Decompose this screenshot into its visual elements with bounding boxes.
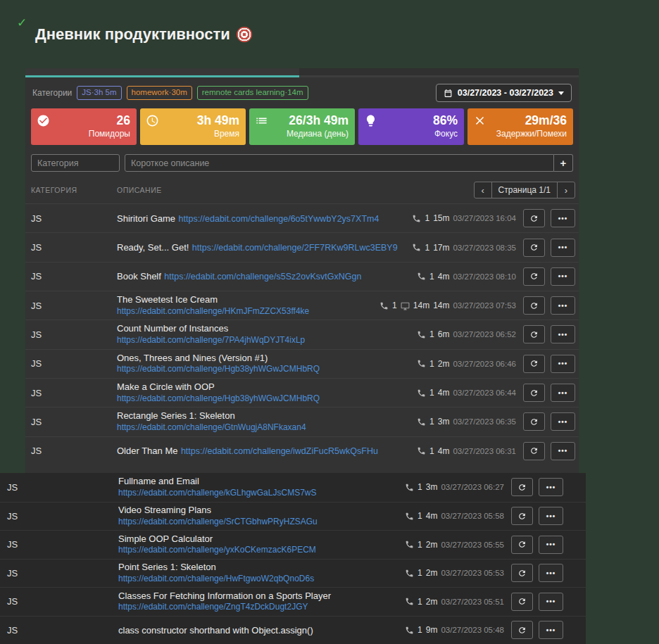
row-duration: 2m: [426, 568, 438, 578]
row-title: Classes For Fetching Information on a Sp…: [118, 591, 401, 602]
row-link[interactable]: https://edabit.com/challenge/6o5tYwwbY2y…: [179, 214, 379, 224]
tab-inactive[interactable]: [299, 68, 579, 77]
row-link[interactable]: https://edabit.com/challenge/Hgb38yhWGwJ…: [117, 393, 413, 405]
done-check-icon: ✓: [17, 15, 27, 30]
more-button[interactable]: •••: [539, 478, 563, 496]
more-button[interactable]: •••: [551, 442, 575, 460]
row-link[interactable]: https://edabit.com/challenge/yxKoCKemzac…: [118, 545, 401, 556]
clock-icon: [146, 114, 159, 127]
table-row: JS Book Shelf https://edabit.com/challen…: [25, 262, 579, 291]
refresh-button[interactable]: [511, 564, 533, 582]
row-duration: 9m: [426, 625, 438, 635]
more-button[interactable]: •••: [539, 507, 563, 525]
description-input[interactable]: [125, 154, 554, 172]
row-category: JS: [7, 482, 118, 493]
row-category: JS: [7, 539, 118, 550]
screen-time: 14m: [413, 301, 429, 310]
row-category: JS: [31, 213, 117, 224]
page-title-text: Дневник продуктивности: [35, 25, 230, 44]
table-row: JS The Sweetest Ice Cream https://edabit…: [25, 291, 579, 320]
row-timestamp: 03/27/2023 07:53: [453, 301, 516, 310]
more-button[interactable]: •••: [539, 593, 563, 611]
more-button[interactable]: •••: [539, 564, 563, 582]
row-timestamp: 03/27/2023 05:58: [441, 512, 504, 520]
more-button[interactable]: •••: [551, 239, 575, 257]
category-input[interactable]: [31, 154, 120, 172]
refresh-button[interactable]: [523, 267, 545, 286]
stat-card-focus: 86% Фокус: [358, 108, 464, 145]
category-badge-remnote[interactable]: remnote cards learning·14m: [197, 86, 308, 100]
row-link[interactable]: https://edabit.com/challenge/HwFtgwoW2qb…: [118, 574, 401, 585]
row-link[interactable]: https://edabit.com/challenge/Hgb38yhWGwJ…: [117, 364, 413, 375]
phone-icon: [379, 301, 389, 310]
more-button[interactable]: •••: [551, 355, 575, 373]
date-range-picker[interactable]: 03/27/2023 - 03/27/2023: [436, 84, 572, 102]
call-count: 1: [425, 243, 429, 253]
table-row: JS Point Series 1: Skeleton https://edab…: [0, 559, 586, 588]
row-link[interactable]: https://edabit.com/challenge/GtnWugjA8NF…: [117, 422, 413, 434]
pagination: ‹ Страница 1/1 ›: [474, 182, 575, 198]
more-button[interactable]: •••: [539, 536, 563, 554]
refresh-button[interactable]: [523, 442, 545, 460]
row-meta: 1 15m 03/27/2023 16:04 •••: [412, 209, 575, 227]
refresh-button[interactable]: [523, 355, 545, 373]
row-link[interactable]: https://edabit.com/challenge/2FF7RKw9RLw…: [192, 243, 398, 253]
refresh-button[interactable]: [511, 507, 533, 525]
row-duration: 4m: [438, 272, 450, 282]
next-page-button[interactable]: ›: [557, 182, 575, 198]
refresh-button[interactable]: [523, 239, 545, 257]
stat-value: 86%: [365, 113, 458, 127]
table-row: JS Classes For Fetching Information on a…: [0, 587, 586, 616]
row-meta: 1 6m 03/27/2023 06:52 •••: [417, 325, 575, 343]
row-category: JS: [31, 358, 117, 369]
refresh-button[interactable]: [523, 412, 545, 431]
row-link[interactable]: https://edabit.com/challenge/7PA4jhWqDYJ…: [117, 335, 413, 346]
row-duration: 4m: [438, 446, 450, 456]
phone-icon: [405, 540, 414, 549]
more-button[interactable]: •••: [551, 412, 575, 431]
row-meta: 1 9m 03/27/2023 05:48 •••: [405, 621, 563, 639]
row-link[interactable]: https://edabit.com/challenge/ZngT4zDckDu…: [118, 602, 401, 613]
refresh-button[interactable]: [523, 325, 545, 343]
row-meta: 1 17m 03/27/2023 08:35 •••: [412, 239, 575, 257]
row-link[interactable]: https://edabit.com/challenge/SrCTGbhwPRy…: [118, 517, 401, 528]
phone-icon: [417, 446, 426, 455]
more-button[interactable]: •••: [539, 621, 563, 639]
phone-icon: [405, 512, 414, 521]
stat-label: Время: [146, 129, 239, 139]
stat-label: Задержки/Помехи: [474, 129, 567, 139]
more-button[interactable]: •••: [551, 267, 575, 286]
more-button[interactable]: •••: [551, 209, 575, 227]
row-link[interactable]: https://edabit.com/challenge/HKmJFmZZCX5…: [117, 306, 375, 317]
row-meta: 1 2m 03/27/2023 05:51 •••: [405, 593, 563, 611]
new-entry-form: +: [25, 145, 579, 172]
row-category: JS: [7, 596, 118, 607]
phone-icon: [417, 417, 426, 427]
row-title: Video Streaming Plans: [118, 505, 401, 517]
refresh-button[interactable]: [511, 478, 533, 496]
tab-active[interactable]: [25, 68, 299, 77]
row-link[interactable]: https://edabit.com/challenge/s5Sz2ovKsvt…: [164, 272, 361, 282]
table-header: КАТЕГОРИЯ ОПИСАНИЕ ‹ Страница 1/1 ›: [25, 172, 579, 203]
prev-page-button[interactable]: ‹: [474, 182, 492, 198]
row-description: Video Streaming Plans https://edabit.com…: [118, 505, 405, 527]
refresh-button[interactable]: [523, 384, 545, 402]
row-timestamp: 03/27/2023 06:27: [441, 483, 504, 491]
row-link[interactable]: https://edabit.com/challenge/kGLhgwGaLJs…: [118, 488, 401, 499]
more-button[interactable]: •••: [551, 296, 575, 315]
refresh-button[interactable]: [511, 621, 533, 639]
stat-card-median: 26/3h 49m Медиана (день): [249, 108, 355, 145]
more-button[interactable]: •••: [551, 325, 575, 343]
more-button[interactable]: •••: [551, 384, 575, 402]
phone-icon: [405, 626, 414, 635]
add-entry-button[interactable]: +: [554, 154, 573, 172]
category-badge-homework[interactable]: homework·30m: [127, 86, 192, 100]
refresh-button[interactable]: [523, 209, 545, 227]
refresh-button[interactable]: [511, 536, 533, 554]
refresh-button[interactable]: [511, 593, 533, 611]
category-badge-js[interactable]: JS·3h 5m: [77, 86, 121, 100]
row-duration: 4m: [438, 388, 450, 398]
row-link[interactable]: https://edabit.com/challenge/iwdZiFucR5w…: [181, 446, 378, 456]
refresh-button[interactable]: [523, 296, 545, 315]
row-description: Count Number of Instances https://edabit…: [117, 323, 417, 346]
